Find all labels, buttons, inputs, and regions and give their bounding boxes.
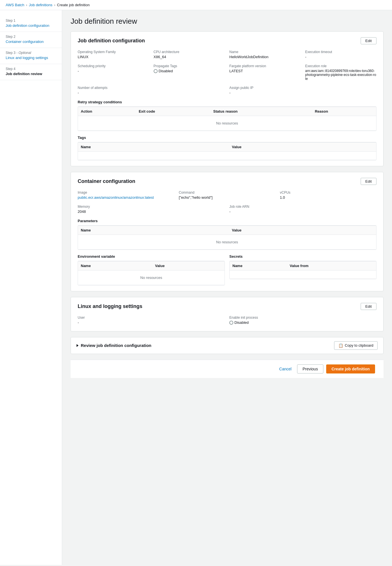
sidebar-step-2-link[interactable]: Container configuration xyxy=(6,40,43,44)
sidebar-step-1-link[interactable]: Job definition configuration xyxy=(6,23,49,28)
param-col-name: Name xyxy=(78,226,229,235)
create-job-definition-button[interactable]: Create job definition xyxy=(326,364,375,373)
breadcrumb-job-definitions[interactable]: Job definitions xyxy=(29,3,52,7)
field-name: Name HelloWorldJobDefinition xyxy=(229,50,301,59)
field-propagate-tags: Propagate Tags Disabled xyxy=(154,64,225,81)
retry-strategy-title: Retry strategy conditions xyxy=(78,100,376,104)
sidebar-step-4: Step 4 Job definition review xyxy=(0,64,62,80)
copy-label: Copy to clipboard xyxy=(345,343,373,348)
parameters-section: Parameters Name Value No resources xyxy=(78,219,376,250)
cancel-button[interactable]: Cancel xyxy=(276,365,295,373)
init-process-circle xyxy=(229,321,233,325)
tags-col-value: Value xyxy=(229,143,376,152)
retry-col-status-reason: Status reason xyxy=(210,107,312,116)
breadcrumb-aws-batch[interactable]: AWS Batch xyxy=(6,3,24,7)
env-no-resources-row: No resources xyxy=(78,270,225,285)
container-fields-row1: Image public.ecr.aws/amazonlinux/amazonl… xyxy=(78,191,376,200)
container-config-card: Container configuration Edit Image publi… xyxy=(71,172,384,291)
name-label: Name xyxy=(229,50,301,54)
retry-col-reason: Reason xyxy=(312,107,376,116)
env-variables-title: Environment variable xyxy=(78,254,225,259)
num-attempts-label: Number of attempts xyxy=(78,86,225,90)
fargate-platform-value: LATEST xyxy=(229,69,301,73)
secrets-title: Secrets xyxy=(229,254,376,259)
sidebar-step-1: Step 1 Job definition configuration xyxy=(0,16,62,32)
image-value: public.ecr.aws/amazonlinux/amazonlinux:l… xyxy=(78,195,174,200)
propagate-tags-badge: Disabled xyxy=(154,69,173,73)
sidebar: Step 1 Job definition configuration Step… xyxy=(0,10,62,565)
os-family-value: LINUX xyxy=(78,55,149,59)
tags-title: Tags xyxy=(78,136,376,140)
init-process-label: Enable init process xyxy=(229,316,376,320)
field-image: Image public.ecr.aws/amazonlinux/amazonl… xyxy=(78,191,174,200)
name-value: HelloWorldJobDefinition xyxy=(229,55,301,59)
retry-table-wrap: Action Exit code Status reason Reason No… xyxy=(78,106,376,131)
breadcrumb-sep-1: › xyxy=(26,3,27,7)
review-section: Review job definition configuration 📋 Co… xyxy=(71,337,384,354)
exec-timeout-value: - xyxy=(305,55,377,59)
main-content: Job definition review Job definition con… xyxy=(62,10,392,565)
sidebar-step-2: Step 2 Container configuration xyxy=(0,32,62,48)
field-job-role: Job role ARN - xyxy=(229,205,376,214)
assign-ip-value: - xyxy=(229,91,376,95)
sidebar-step-2-num: Step 2 xyxy=(6,35,56,39)
retry-col-exit-code: Exit code xyxy=(136,107,210,116)
exec-role-label: Execution role xyxy=(305,64,377,68)
parameters-table-wrap: Name Value No resources xyxy=(78,225,376,250)
sidebar-step-3: Step 3 - Optional Linux and logging sett… xyxy=(0,48,62,64)
review-triangle-icon xyxy=(77,344,79,347)
sidebar-step-3-num: Step 3 - Optional xyxy=(6,51,56,55)
parameters-title: Parameters xyxy=(78,219,376,223)
param-no-resources-text: No resources xyxy=(78,235,376,250)
retry-no-resources-row: No resources xyxy=(78,116,376,131)
job-def-config-edit-button[interactable]: Edit xyxy=(361,37,376,44)
vcpus-label: vCPUs xyxy=(280,191,376,195)
vcpus-value: 1.0 xyxy=(280,195,376,200)
image-label: Image xyxy=(78,191,174,195)
num-attempts-value: - xyxy=(78,91,225,95)
linux-logging-fields: User - Enable init process Disabled xyxy=(78,316,376,325)
cpu-arch-label: CPU architecture xyxy=(154,50,225,54)
retry-col-action: Action xyxy=(78,107,136,116)
review-title: Review job definition configuration xyxy=(81,343,151,348)
param-col-value: Value xyxy=(229,226,376,235)
env-no-resources-text: No resources xyxy=(78,270,225,285)
sidebar-step-4-label: Job definition review xyxy=(6,72,42,76)
job-definition-config-card: Job definition configuration Edit Operat… xyxy=(71,31,384,166)
container-fields-row2: Memory 2048 Job role ARN - xyxy=(78,205,376,214)
secrets-table-wrap: Name Value from xyxy=(229,261,376,279)
job-def-config-header: Job definition configuration Edit xyxy=(78,37,376,44)
retry-no-resources-text: No resources xyxy=(78,116,376,131)
field-exec-role: Execution role arn:aws:iam::814020899769… xyxy=(305,64,377,81)
cpu-arch-value: X86_64 xyxy=(154,55,225,59)
copy-to-clipboard-button[interactable]: 📋 Copy to clipboard xyxy=(334,341,378,350)
page-title: Job definition review xyxy=(71,17,384,26)
init-process-value: Disabled xyxy=(229,320,376,325)
review-header: Review job definition configuration 📋 Co… xyxy=(71,337,383,354)
field-num-attempts: Number of attempts - xyxy=(78,86,225,95)
job-def-config-fields: Operating System Family LINUX CPU archit… xyxy=(78,50,376,81)
env-col-value: Value xyxy=(152,261,225,270)
sidebar-step-1-num: Step 1 xyxy=(6,19,56,23)
previous-button[interactable]: Previous xyxy=(297,364,323,373)
os-family-label: Operating System Family xyxy=(78,50,149,54)
field-os-family: Operating System Family LINUX xyxy=(78,50,149,59)
memory-value: 2048 xyxy=(78,209,225,214)
field-fargate-platform: Fargate platform version LATEST xyxy=(229,64,301,81)
container-config-edit-button[interactable]: Edit xyxy=(361,178,376,185)
sched-priority-value: - xyxy=(78,69,149,73)
sidebar-step-4-num: Step 4 xyxy=(6,67,56,71)
linux-logging-edit-button[interactable]: Edit xyxy=(361,303,376,310)
sidebar-step-3-link[interactable]: Linux and logging settings xyxy=(6,56,48,60)
secrets-col-name: Name xyxy=(230,261,287,270)
param-no-resources-row: No resources xyxy=(78,235,376,250)
review-toggle[interactable]: Review job definition configuration xyxy=(77,343,151,348)
linux-logging-header: Linux and logging settings Edit xyxy=(78,303,376,310)
user-value: - xyxy=(78,320,225,325)
propagate-tags-circle xyxy=(154,69,158,73)
exec-timeout-label: Execution timeout xyxy=(305,50,377,54)
tags-section: Tags Name Value xyxy=(78,136,376,160)
memory-label: Memory xyxy=(78,205,225,209)
retry-strategy-section: Retry strategy conditions Action Exit co… xyxy=(78,100,376,131)
field-init-process: Enable init process Disabled xyxy=(229,316,376,325)
